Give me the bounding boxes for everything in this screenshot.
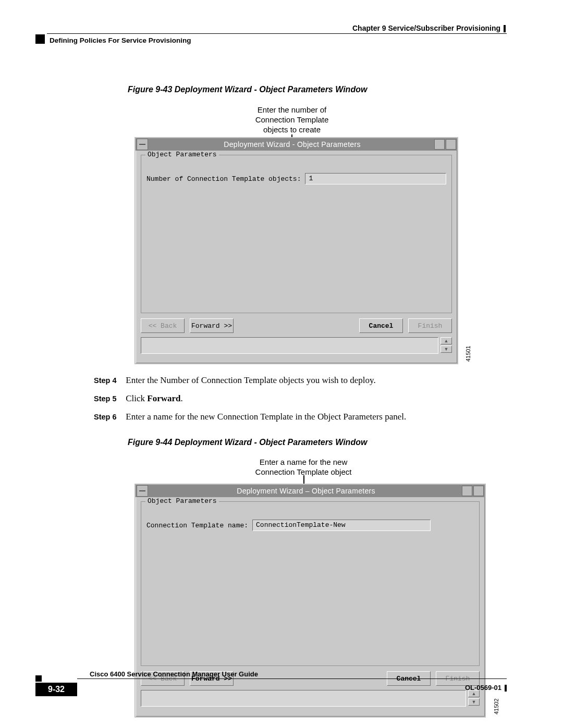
- system-menu-icon[interactable]: [137, 139, 148, 150]
- minimize-icon[interactable]: [434, 139, 445, 150]
- object-parameters-frame: Object Parameters Number of Connection T…: [141, 155, 452, 313]
- field-row: Number of Connection Template objects: 1: [146, 173, 446, 184]
- chapter-ref: Chapter 9 Service/Subscriber Provisionin…: [352, 24, 500, 32]
- window-title: Deployment Wizard – Object Parameters: [151, 487, 461, 495]
- footer-marker-square: [35, 675, 42, 682]
- maximize-icon[interactable]: [446, 139, 456, 150]
- step-4: Step 4 Enter the Number of Connection Te…: [94, 375, 376, 387]
- figure-43-callout: Enter the number of Connection Template …: [229, 105, 354, 134]
- step-text: Enter a name for the new Connection Temp…: [126, 412, 406, 422]
- running-header-left: Defining Policies For Service Provisioni…: [50, 36, 191, 44]
- page-number-badge: 9-32: [35, 683, 77, 696]
- deployment-wizard-dialog-43: Deployment Wizard - Object Parameters Ob…: [134, 137, 458, 364]
- footer-guide-title: Cisco 6400 Service Connection Manager Us…: [90, 670, 258, 678]
- cancel-button[interactable]: Cancel: [359, 318, 403, 333]
- running-header-right: Chapter 9 Service/Subscriber Provisionin…: [352, 24, 506, 32]
- field-label: Number of Connection Template objects:: [146, 175, 301, 183]
- step-label: Step 5: [94, 394, 124, 404]
- status-bar: ▲ ▼: [141, 690, 480, 707]
- figure-44-id: 41502: [493, 698, 499, 714]
- minimize-icon[interactable]: [462, 486, 472, 496]
- step-text: Enter the Number of Connection Template …: [126, 375, 375, 385]
- field-label: Connection Template name:: [146, 522, 248, 529]
- footer-doc-number: OL-0569-01: [465, 684, 507, 692]
- step-text: Click Forward.: [126, 393, 183, 403]
- field-row: Connection Template name: ConnectionTemp…: [146, 520, 474, 531]
- figure-44-caption: Figure 9-44 Deployment Wizard - Object P…: [128, 438, 367, 447]
- frame-legend: Object Parameters: [145, 497, 219, 505]
- template-count-input[interactable]: 1: [305, 173, 446, 184]
- finish-button[interactable]: Finish: [408, 318, 452, 333]
- spinner[interactable]: ▲ ▼: [440, 337, 452, 353]
- footer-rule: [77, 678, 507, 679]
- header-marker-square: [35, 34, 45, 44]
- status-message-area: [141, 337, 438, 354]
- button-row: << Back Forward >> Cancel Finish: [136, 316, 457, 337]
- back-button[interactable]: << Back: [141, 318, 185, 333]
- status-message-area: [141, 690, 466, 707]
- spin-up-icon[interactable]: ▲: [440, 337, 452, 344]
- document-page: Chapter 9 Service/Subscriber Provisionin…: [0, 0, 563, 728]
- system-menu-icon[interactable]: [137, 485, 148, 497]
- step-5: Step 5 Click Forward.: [94, 393, 183, 405]
- figure-43-caption: Figure 9-43 Deployment Wizard - Object P…: [128, 85, 367, 94]
- step-label: Step 6: [94, 412, 124, 423]
- step-6: Step 6 Enter a name for the new Connecti…: [94, 411, 406, 423]
- spinner[interactable]: ▲ ▼: [468, 690, 480, 706]
- maximize-icon[interactable]: [473, 486, 484, 496]
- spin-down-icon[interactable]: ▼: [468, 698, 480, 706]
- titlebar: Deployment Wizard - Object Parameters: [136, 138, 457, 151]
- object-parameters-frame: Object Parameters Connection Template na…: [141, 501, 480, 666]
- template-name-input[interactable]: ConnectionTemplate-New: [252, 520, 431, 531]
- figure-44-callout: Enter a name for the new Connection Temp…: [236, 458, 371, 477]
- deployment-wizard-dialog-44: Deployment Wizard – Object Parameters Ob…: [134, 484, 486, 718]
- titlebar: Deployment Wizard – Object Parameters: [136, 485, 485, 497]
- frame-legend: Object Parameters: [145, 151, 219, 158]
- status-bar: ▲ ▼: [141, 337, 452, 354]
- figure-43-id: 41501: [465, 346, 471, 362]
- step-label: Step 4: [94, 376, 124, 386]
- header-rule: [47, 33, 507, 34]
- window-title: Deployment Wizard - Object Parameters: [151, 140, 433, 149]
- spin-down-icon[interactable]: ▼: [440, 346, 452, 353]
- forward-button[interactable]: Forward >>: [190, 318, 234, 333]
